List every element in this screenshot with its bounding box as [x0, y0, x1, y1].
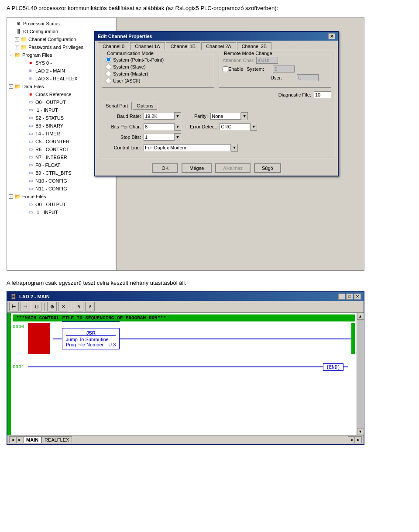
error-detect-combo[interactable]: ▼: [220, 123, 257, 131]
radio-user-ascii-input[interactable]: [106, 78, 111, 83]
bits-per-char-dropdown-btn[interactable]: ▼: [174, 123, 181, 131]
stop-bits-dropdown-btn[interactable]: ▼: [174, 133, 181, 141]
b3-icon: ▭: [27, 122, 34, 129]
data-files-collapse-icon[interactable]: -: [9, 84, 13, 89]
radio-master-label: System (Master): [113, 71, 148, 76]
diagnostic-label: Diagnostic File:: [278, 92, 311, 97]
toolbar-btn-1[interactable]: ⊢: [9, 302, 19, 311]
enable-checkbox[interactable]: [223, 66, 228, 72]
jsr-subtitle: Jump To Subroutine: [66, 337, 116, 342]
parity-dropdown-btn[interactable]: ▼: [241, 112, 248, 120]
baud-rate-dropdown-btn[interactable]: ▼: [174, 112, 181, 120]
tree-item-fi1[interactable]: ▭ I1 - INPUT: [7, 208, 116, 216]
radio-point-to-point-input[interactable]: [106, 57, 111, 62]
tree-item-n11[interactable]: ▭ N11 - CONFIG: [7, 185, 116, 193]
i1-icon: ▭: [27, 107, 34, 114]
control-line-input[interactable]: [144, 144, 231, 151]
error-detect-dropdown-btn[interactable]: ▼: [250, 123, 257, 131]
attention-char-row: Attention Char:: [223, 57, 327, 64]
apply-button[interactable]: Alkalmaz: [215, 163, 251, 173]
tab-channel1b[interactable]: Channel 1B: [166, 42, 201, 50]
scroll-down-button[interactable]: ▼: [357, 428, 364, 435]
help-button[interactable]: Súgó: [254, 163, 281, 173]
n10-label: N10 - CONFIG: [35, 177, 67, 184]
system-input[interactable]: [273, 66, 295, 73]
force-files-collapse-icon[interactable]: -: [9, 194, 13, 199]
options-tab[interactable]: Options: [133, 102, 157, 110]
tree-item-processor-status[interactable]: ⚙ Processor Status: [7, 20, 116, 28]
tab-channel0[interactable]: Channel 0: [98, 42, 129, 50]
tree-item-n10[interactable]: ▭ N10 - CONFIG: [7, 177, 116, 185]
stop-bits-combo[interactable]: ▼: [144, 133, 181, 141]
radio-user-ascii[interactable]: User (ASCII): [106, 78, 210, 83]
stop-bits-input[interactable]: [144, 134, 174, 141]
o0-icon: ▭: [27, 99, 34, 106]
bits-per-char-input[interactable]: [144, 123, 174, 130]
radio-point-to-point[interactable]: System (Point-To-Point): [106, 57, 210, 62]
radio-slave-input[interactable]: [106, 64, 111, 69]
lad-restore-button[interactable]: □: [346, 294, 353, 300]
tree-item-fo0[interactable]: ▭ O0 - OUTPUT: [7, 200, 116, 208]
lad-close-button[interactable]: ✕: [354, 294, 361, 300]
control-line-dropdown-btn[interactable]: ▼: [231, 144, 238, 152]
c5-label: C5 - COUNTER: [35, 138, 69, 145]
scroll-up-button[interactable]: ▲: [357, 313, 364, 320]
jsr-field: Prog File Number U:3: [66, 342, 116, 347]
radio-master[interactable]: System (Master): [106, 71, 210, 76]
tree-item-force-files[interactable]: - 📂 Force Files: [7, 193, 116, 200]
toolbar-btn-5[interactable]: ✕: [58, 302, 68, 311]
nav-prev-button[interactable]: ◄: [9, 436, 16, 443]
tab-channel2b[interactable]: Channel 2B: [237, 42, 272, 50]
diagnostic-input[interactable]: [314, 91, 331, 98]
toolbar-btn-7[interactable]: ↱: [85, 302, 95, 311]
lad-minimize-button[interactable]: _: [338, 294, 345, 300]
tab-channel1a[interactable]: Channel 1A: [130, 42, 165, 50]
processor-status-icon: ⚙: [15, 20, 22, 27]
intro-text: A PLC5/L40 processzor kommunikációs beál…: [7, 4, 412, 12]
n7-label: N7 - INTEGER: [35, 154, 67, 161]
dialog-buttons: OK Mégse Alkalmaz Súgó: [95, 161, 338, 176]
radio-master-input[interactable]: [106, 71, 111, 76]
scroll-left-button[interactable]: ◄: [348, 436, 355, 443]
ok-button[interactable]: OK: [152, 163, 178, 173]
toolbar-btn-2[interactable]: ⊣: [21, 302, 30, 311]
attention-char-input[interactable]: [256, 57, 278, 64]
parity-combo[interactable]: ▼: [210, 112, 248, 120]
scroll-right-button[interactable]: ►: [355, 436, 362, 443]
tab-nav: MAIN REALFLEX: [23, 436, 72, 443]
rung-0000-right-bar: [351, 323, 355, 354]
tab-realflex[interactable]: REALFLEX: [41, 436, 72, 443]
channel-expand-icon[interactable]: +: [15, 37, 19, 41]
baud-rate-combo[interactable]: ▼: [144, 112, 181, 120]
dialog-close-button[interactable]: ✕: [328, 33, 335, 39]
cancel-button[interactable]: Mégse: [182, 163, 212, 173]
nav-next-button[interactable]: ►: [16, 436, 23, 443]
error-detect-input[interactable]: [220, 123, 250, 130]
dialog-top-row: Communication Mode System (Point-To-Poin…: [102, 54, 331, 88]
fi1-label: I1 - INPUT: [35, 209, 58, 216]
user-input[interactable]: [297, 74, 319, 81]
control-line-combo[interactable]: ▼: [144, 144, 238, 152]
fi1-icon: ▭: [27, 209, 34, 216]
radio-slave-label: System (Slave): [113, 64, 146, 69]
lad-left-bar: [7, 313, 11, 435]
program-files-collapse-icon[interactable]: -: [9, 53, 13, 57]
baud-rate-input[interactable]: [144, 113, 174, 120]
o0-label: O0 - OUTPUT: [35, 99, 66, 106]
toolbar-btn-3[interactable]: ⊔: [32, 302, 41, 311]
jsr-container: JSR Jump To Subroutine Prog File Number …: [62, 328, 120, 349]
processor-status-label: Processor Status: [23, 20, 60, 27]
data-files-icon: 📂: [14, 83, 21, 90]
rung-0000-body: JSR Jump To Subroutine Prog File Number …: [28, 323, 351, 354]
bits-per-char-combo[interactable]: ▼: [144, 123, 181, 131]
toolbar-btn-6[interactable]: ↰: [74, 302, 83, 311]
lad3-icon: ≡: [27, 75, 34, 82]
parity-input[interactable]: [210, 113, 241, 120]
radio-slave[interactable]: System (Slave): [106, 64, 210, 69]
toolbar-btn-4[interactable]: ⊗: [47, 302, 57, 311]
tab-channel2a[interactable]: Channel 2A: [201, 42, 236, 50]
passwords-expand-icon[interactable]: +: [15, 45, 19, 49]
tab-main[interactable]: MAIN: [23, 436, 41, 443]
dialog-title: Edit Channel Properties: [98, 34, 152, 39]
serial-port-tab[interactable]: Serial Port: [102, 102, 132, 110]
